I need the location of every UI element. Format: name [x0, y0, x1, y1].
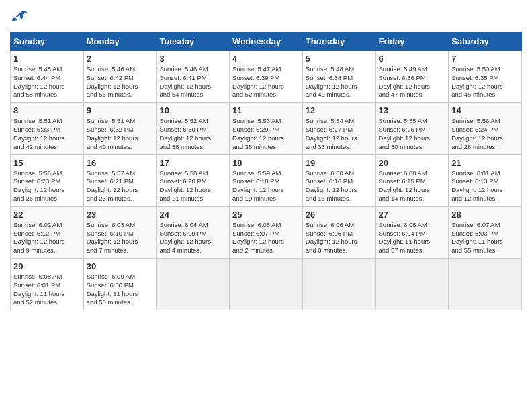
calendar-cell: 9Sunrise: 5:51 AM Sunset: 6:32 PM Daylig…	[83, 103, 157, 154]
day-info: Sunrise: 5:57 AM Sunset: 6:21 PM Dayligh…	[87, 169, 154, 203]
day-number: 3	[159, 54, 226, 64]
day-info: Sunrise: 5:54 AM Sunset: 6:27 PM Dayligh…	[306, 117, 373, 151]
day-number: 24	[159, 210, 226, 220]
day-number: 6	[379, 54, 446, 64]
calendar-cell: 4Sunrise: 5:47 AM Sunset: 6:39 PM Daylig…	[230, 51, 303, 103]
day-info: Sunrise: 6:09 AM Sunset: 6:00 PM Dayligh…	[87, 273, 154, 307]
column-header-monday: Monday	[83, 32, 157, 51]
day-number: 16	[87, 158, 154, 168]
day-number: 15	[13, 158, 81, 168]
day-info: Sunrise: 6:06 AM Sunset: 6:04 PM Dayligh…	[379, 221, 446, 255]
calendar-cell: 1Sunrise: 5:45 AM Sunset: 6:44 PM Daylig…	[11, 51, 84, 103]
day-number: 28	[451, 210, 519, 220]
day-info: Sunrise: 6:06 AM Sunset: 6:06 PM Dayligh…	[306, 221, 373, 255]
day-number: 25	[232, 210, 300, 220]
day-info: Sunrise: 6:07 AM Sunset: 6:03 PM Dayligh…	[451, 221, 519, 255]
calendar-cell: 19Sunrise: 6:00 AM Sunset: 6:16 PM Dayli…	[302, 154, 375, 206]
day-number: 4	[232, 54, 300, 64]
day-number: 27	[379, 210, 446, 220]
day-info: Sunrise: 6:01 AM Sunset: 6:13 PM Dayligh…	[451, 169, 519, 203]
day-number: 7	[451, 54, 519, 64]
day-info: Sunrise: 6:02 AM Sunset: 6:12 PM Dayligh…	[13, 221, 81, 255]
calendar-cell: 14Sunrise: 5:56 AM Sunset: 6:24 PM Dayli…	[449, 103, 522, 154]
calendar-cell	[449, 259, 522, 310]
calendar-cell: 28Sunrise: 6:07 AM Sunset: 6:03 PM Dayli…	[449, 206, 522, 258]
day-info: Sunrise: 6:08 AM Sunset: 6:01 PM Dayligh…	[13, 273, 81, 307]
calendar-cell: 5Sunrise: 5:48 AM Sunset: 6:38 PM Daylig…	[302, 51, 375, 103]
day-number: 22	[13, 210, 81, 220]
calendar-cell: 16Sunrise: 5:57 AM Sunset: 6:21 PM Dayli…	[83, 154, 157, 206]
day-number: 9	[87, 105, 154, 116]
calendar-table: SundayMondayTuesdayWednesdayThursdayFrid…	[10, 32, 522, 310]
calendar-header-row: SundayMondayTuesdayWednesdayThursdayFrid…	[11, 32, 522, 51]
column-header-friday: Friday	[375, 32, 449, 51]
calendar-cell: 25Sunrise: 6:05 AM Sunset: 6:07 PM Dayli…	[230, 206, 303, 258]
day-number: 12	[306, 105, 373, 116]
day-info: Sunrise: 5:50 AM Sunset: 6:35 PM Dayligh…	[451, 65, 519, 99]
day-info: Sunrise: 5:46 AM Sunset: 6:42 PM Dayligh…	[87, 65, 154, 99]
day-number: 1	[13, 54, 81, 64]
day-info: Sunrise: 5:52 AM Sunset: 6:30 PM Dayligh…	[159, 117, 226, 151]
day-number: 19	[306, 158, 373, 168]
calendar-week-row: 22Sunrise: 6:02 AM Sunset: 6:12 PM Dayli…	[11, 206, 522, 258]
day-info: Sunrise: 5:49 AM Sunset: 6:36 PM Dayligh…	[379, 65, 446, 99]
calendar-cell: 13Sunrise: 5:55 AM Sunset: 6:26 PM Dayli…	[375, 103, 449, 154]
calendar-cell	[230, 259, 303, 310]
day-info: Sunrise: 5:46 AM Sunset: 6:41 PM Dayligh…	[159, 65, 226, 99]
calendar-cell: 30Sunrise: 6:09 AM Sunset: 6:00 PM Dayli…	[83, 259, 157, 310]
day-number: 11	[232, 105, 300, 116]
column-header-sunday: Sunday	[11, 32, 84, 51]
calendar-week-row: 8Sunrise: 5:51 AM Sunset: 6:33 PM Daylig…	[11, 103, 522, 154]
day-number: 21	[451, 158, 519, 168]
logo-bird-icon	[10, 10, 29, 25]
day-number: 23	[87, 210, 154, 220]
day-number: 30	[87, 261, 154, 271]
calendar-cell: 29Sunrise: 6:08 AM Sunset: 6:01 PM Dayli…	[11, 259, 84, 310]
calendar-cell: 3Sunrise: 5:46 AM Sunset: 6:41 PM Daylig…	[157, 51, 230, 103]
day-info: Sunrise: 6:03 AM Sunset: 6:10 PM Dayligh…	[87, 221, 154, 255]
calendar-cell: 12Sunrise: 5:54 AM Sunset: 6:27 PM Dayli…	[302, 103, 375, 154]
day-info: Sunrise: 5:48 AM Sunset: 6:38 PM Dayligh…	[306, 65, 373, 99]
day-info: Sunrise: 5:56 AM Sunset: 6:23 PM Dayligh…	[13, 169, 81, 203]
day-info: Sunrise: 5:56 AM Sunset: 6:24 PM Dayligh…	[451, 117, 519, 151]
day-number: 20	[379, 158, 446, 168]
calendar-page: SundayMondayTuesdayWednesdayThursdayFrid…	[0, 0, 532, 411]
day-number: 18	[232, 158, 300, 168]
column-header-wednesday: Wednesday	[230, 32, 303, 51]
day-number: 2	[87, 54, 154, 64]
day-info: Sunrise: 6:00 AM Sunset: 6:15 PM Dayligh…	[379, 169, 446, 203]
day-number: 8	[13, 105, 81, 116]
calendar-cell: 20Sunrise: 6:00 AM Sunset: 6:15 PM Dayli…	[375, 154, 449, 206]
column-header-saturday: Saturday	[449, 32, 522, 51]
header	[10, 10, 522, 25]
calendar-cell: 10Sunrise: 5:52 AM Sunset: 6:30 PM Dayli…	[157, 103, 230, 154]
day-info: Sunrise: 5:51 AM Sunset: 6:32 PM Dayligh…	[87, 117, 154, 151]
calendar-week-row: 15Sunrise: 5:56 AM Sunset: 6:23 PM Dayli…	[11, 154, 522, 206]
calendar-week-row: 1Sunrise: 5:45 AM Sunset: 6:44 PM Daylig…	[11, 51, 522, 103]
day-number: 29	[13, 261, 81, 271]
day-number: 14	[451, 105, 519, 116]
day-info: Sunrise: 5:55 AM Sunset: 6:26 PM Dayligh…	[379, 117, 446, 151]
day-info: Sunrise: 6:04 AM Sunset: 6:09 PM Dayligh…	[159, 221, 226, 255]
calendar-cell: 26Sunrise: 6:06 AM Sunset: 6:06 PM Dayli…	[302, 206, 375, 258]
day-number: 5	[306, 54, 373, 64]
calendar-cell: 21Sunrise: 6:01 AM Sunset: 6:13 PM Dayli…	[449, 154, 522, 206]
calendar-cell: 11Sunrise: 5:53 AM Sunset: 6:29 PM Dayli…	[230, 103, 303, 154]
column-header-tuesday: Tuesday	[157, 32, 230, 51]
calendar-cell: 22Sunrise: 6:02 AM Sunset: 6:12 PM Dayli…	[11, 206, 84, 258]
calendar-cell: 2Sunrise: 5:46 AM Sunset: 6:42 PM Daylig…	[83, 51, 157, 103]
calendar-cell: 17Sunrise: 5:58 AM Sunset: 6:20 PM Dayli…	[157, 154, 230, 206]
calendar-cell: 6Sunrise: 5:49 AM Sunset: 6:36 PM Daylig…	[375, 51, 449, 103]
calendar-cell: 7Sunrise: 5:50 AM Sunset: 6:35 PM Daylig…	[449, 51, 522, 103]
calendar-cell: 27Sunrise: 6:06 AM Sunset: 6:04 PM Dayli…	[375, 206, 449, 258]
day-info: Sunrise: 5:51 AM Sunset: 6:33 PM Dayligh…	[13, 117, 81, 151]
day-info: Sunrise: 6:05 AM Sunset: 6:07 PM Dayligh…	[232, 221, 300, 255]
day-number: 17	[159, 158, 226, 168]
day-info: Sunrise: 5:59 AM Sunset: 6:18 PM Dayligh…	[232, 169, 300, 203]
calendar-cell	[302, 259, 375, 310]
calendar-cell: 23Sunrise: 6:03 AM Sunset: 6:10 PM Dayli…	[83, 206, 157, 258]
logo	[10, 10, 32, 25]
calendar-cell: 18Sunrise: 5:59 AM Sunset: 6:18 PM Dayli…	[230, 154, 303, 206]
column-header-thursday: Thursday	[302, 32, 375, 51]
day-info: Sunrise: 5:45 AM Sunset: 6:44 PM Dayligh…	[13, 65, 81, 99]
